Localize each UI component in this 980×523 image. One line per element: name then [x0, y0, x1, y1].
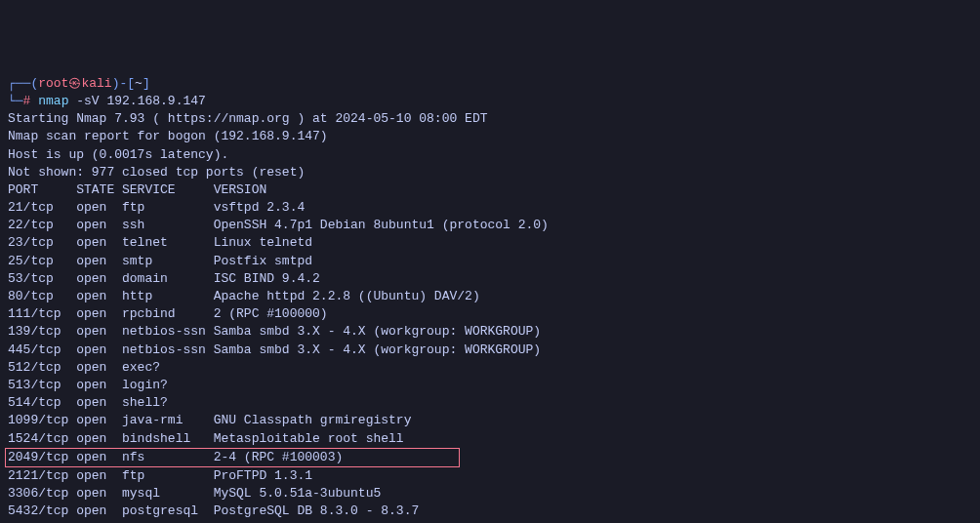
output-line: Not shown: 977 closed tcp ports (reset): [8, 165, 305, 180]
prompt-dash: ┌──: [8, 76, 30, 91]
port-line: 514/tcp open shell?: [8, 395, 168, 410]
prompt-cwd: ~: [135, 76, 143, 91]
port-line: 445/tcp open netbios-ssn Samba smbd 3.X …: [8, 342, 541, 357]
command-args: -sV 192.168.9.147: [68, 94, 205, 108]
prompt-hash: #: [23, 94, 31, 108]
port-line: 5432/tcp open postgresql PostgreSQL DB 8…: [8, 503, 419, 518]
port-line: 139/tcp open netbios-ssn Samba smbd 3.X …: [8, 324, 541, 339]
prompt-dash3: └─: [8, 94, 23, 108]
command-name: nmap: [38, 94, 68, 108]
port-line: 111/tcp open rpcbind 2 (RPC #100000): [8, 306, 328, 321]
prompt-bracket-close: ]: [143, 76, 150, 91]
prompt-at: ㉿: [68, 76, 81, 91]
prompt-bracket-open: [: [127, 76, 135, 91]
port-line-nfs: 2049/tcp open nfs 2-4 (RPC #100003): [8, 450, 343, 464]
port-line: 80/tcp open http Apache httpd 2.2.8 ((Ub…: [8, 289, 480, 303]
port-line: 3306/tcp open mysql MySQL 5.0.51a-3ubunt…: [8, 486, 381, 501]
port-line: 25/tcp open smtp Postfix smtpd: [8, 254, 312, 268]
port-line: 1524/tcp open bindshell Metasploitable r…: [8, 431, 404, 446]
port-line: 21/tcp open ftp vsftpd 2.3.4: [8, 200, 305, 215]
output-line: Nmap scan report for bogon (192.168.9.14…: [8, 129, 328, 143]
port-line: 2121/tcp open ftp ProFTPD 1.3.1: [8, 468, 312, 483]
prompt-user: root: [38, 76, 68, 91]
output-line: Starting Nmap 7.93 ( https://nmap.org ) …: [8, 111, 487, 126]
port-line: 1099/tcp open java-rmi GNU Classpath grm…: [8, 413, 411, 427]
port-line: 512/tcp open exec?: [8, 360, 160, 375]
prompt-host: kali: [81, 76, 111, 91]
prompt-line-2: └─# nmap -sV 192.168.9.147: [8, 93, 972, 110]
output-header: PORT STATE SERVICE VERSION: [8, 182, 266, 197]
output-line: Host is up (0.0017s latency).: [8, 147, 228, 162]
prompt-line-1: ┌──(root㉿kali)-[~]: [8, 75, 972, 93]
port-line: 23/tcp open telnet Linux telnetd: [8, 235, 312, 250]
highlighted-port-nfs: 2049/tcp open nfs 2-4 (RPC #100003): [5, 448, 460, 467]
port-line: 513/tcp open login?: [8, 378, 168, 392]
terminal-output[interactable]: ┌──(root㉿kali)-[~]└─# nmap -sV 192.168.9…: [8, 75, 972, 523]
port-line: 53/tcp open domain ISC BIND 9.4.2: [8, 271, 320, 286]
port-line: 22/tcp open ssh OpenSSH 4.7p1 Debian 8ub…: [8, 218, 549, 232]
